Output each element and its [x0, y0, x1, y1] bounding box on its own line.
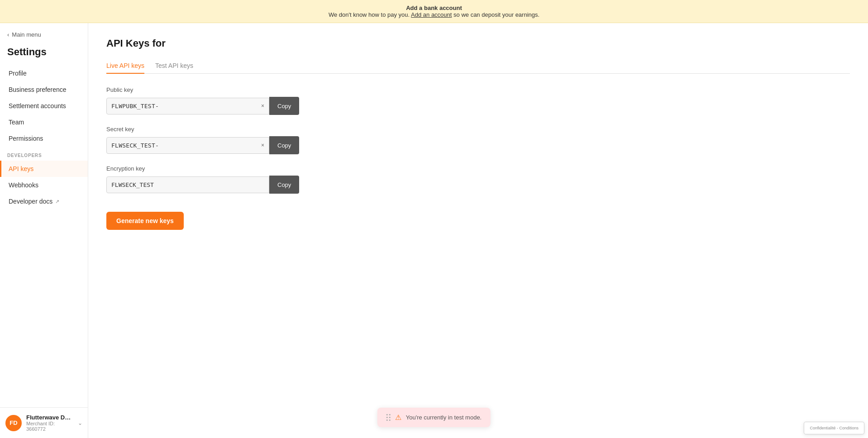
public-key-section: Public key × Copy — [106, 86, 850, 115]
secret-key-input[interactable] — [107, 138, 257, 153]
encryption-key-copy-button[interactable]: Copy — [269, 176, 299, 194]
encryption-key-label: Encryption key — [106, 165, 850, 172]
user-info: Flutterwave Devel... Merchant ID: 366077… — [26, 414, 73, 432]
encryption-key-section: Encryption key Copy — [106, 165, 850, 194]
page-title: API Keys for — [106, 38, 850, 49]
user-account-area[interactable]: FD Flutterwave Devel... Merchant ID: 366… — [0, 407, 88, 438]
developer-docs-label: Developer docs — [9, 198, 52, 205]
sidebar-item-api-keys[interactable]: API keys — [0, 161, 88, 177]
sidebar-navigation: Profile Business preference Settlement a… — [0, 65, 88, 217]
sidebar-item-permissions[interactable]: Permissions — [0, 130, 88, 147]
captcha-text: Confidentialité - Conditions — [810, 426, 858, 430]
secret-key-clear-button[interactable]: × — [257, 139, 269, 151]
secret-key-copy-button[interactable]: Copy — [269, 136, 299, 154]
secret-key-row: × Copy — [106, 136, 850, 154]
top-banner: Add a bank account We don't know how to … — [0, 0, 868, 23]
encryption-key-input-wrapper — [106, 176, 269, 193]
captcha-widget: Confidentialité - Conditions — [804, 422, 864, 434]
sidebar-item-team[interactable]: Team — [0, 114, 88, 130]
banner-description-after: so we can deposit your earnings. — [453, 11, 539, 18]
banner-title: Add a bank account — [406, 5, 462, 11]
external-link-icon: ↗ — [55, 199, 59, 205]
drag-handle-icon — [386, 414, 391, 421]
encryption-key-row: Copy — [106, 176, 850, 194]
tabs: Live API keys Test API keys — [106, 58, 850, 74]
public-key-input-wrapper: × — [106, 98, 269, 114]
avatar: FD — [5, 415, 22, 431]
warning-icon: ⚠ — [395, 413, 401, 422]
back-label: Main menu — [12, 31, 41, 38]
banner-description-before: We don't know how to pay you. — [329, 11, 410, 18]
sidebar-item-profile[interactable]: Profile — [0, 65, 88, 81]
toast-message: You're currently in test mode. — [406, 414, 482, 421]
public-key-row: × Copy — [106, 97, 850, 115]
generate-new-keys-button[interactable]: Generate new keys — [106, 212, 184, 230]
test-mode-toast: ⚠ You're currently in test mode. — [377, 408, 491, 427]
developers-section-label: DEVELOPERS — [0, 147, 88, 161]
banner-link[interactable]: Add an account — [411, 11, 452, 18]
back-arrow-icon: ‹ — [7, 31, 9, 38]
public-key-clear-button[interactable]: × — [257, 100, 269, 112]
public-key-label: Public key — [106, 86, 850, 93]
main-content: API Keys for Live API keys Test API keys… — [88, 23, 868, 438]
tab-live-api-keys[interactable]: Live API keys — [106, 58, 144, 74]
settings-title: Settings — [0, 43, 88, 65]
sidebar-item-developer-docs[interactable]: Developer docs ↗ — [0, 193, 88, 209]
secret-key-label: Secret key — [106, 126, 850, 133]
tab-test-api-keys[interactable]: Test API keys — [155, 58, 193, 74]
encryption-key-input[interactable] — [107, 177, 269, 193]
sidebar: ‹ Main menu Settings Profile Business pr… — [0, 23, 88, 438]
user-name: Flutterwave Devel... — [26, 414, 73, 421]
secret-key-section: Secret key × Copy — [106, 126, 850, 154]
merchant-id: Merchant ID: 3660772 — [26, 421, 73, 432]
chevron-down-icon: ⌄ — [78, 420, 82, 426]
back-to-main-menu[interactable]: ‹ Main menu — [0, 23, 88, 43]
public-key-input[interactable] — [107, 98, 257, 114]
secret-key-input-wrapper: × — [106, 137, 269, 154]
public-key-copy-button[interactable]: Copy — [269, 97, 299, 115]
sidebar-item-settlement-accounts[interactable]: Settlement accounts — [0, 98, 88, 114]
sidebar-item-business-preference[interactable]: Business preference — [0, 81, 88, 98]
sidebar-item-webhooks[interactable]: Webhooks — [0, 177, 88, 193]
